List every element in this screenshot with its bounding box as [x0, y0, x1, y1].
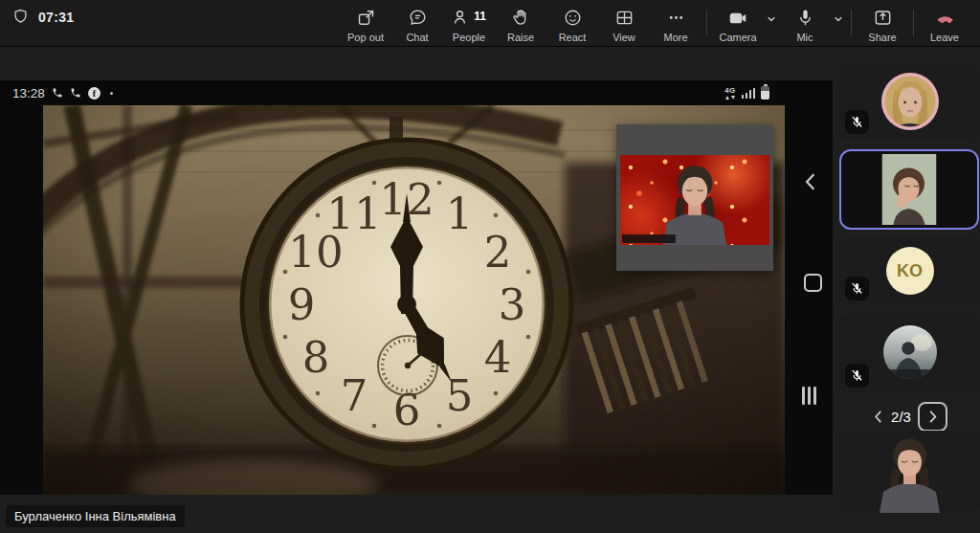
- popout-button[interactable]: Pop out: [340, 4, 391, 43]
- people-label: People: [453, 32, 485, 43]
- android-recents-button[interactable]: [802, 387, 816, 405]
- raise-hand-icon: [511, 8, 531, 29]
- participant-tile[interactable]: [839, 314, 980, 393]
- phone-clock: 13:28: [12, 86, 45, 100]
- popout-icon: [356, 8, 376, 29]
- shared-screen: 13:28 f 4G: [0, 80, 833, 495]
- participant-avatar: [881, 73, 939, 130]
- mic-button[interactable]: Mic: [779, 4, 831, 43]
- view-icon: [614, 8, 635, 29]
- leave-button[interactable]: Leave: [919, 4, 970, 43]
- participant-tile-video[interactable]: [839, 431, 980, 513]
- react-label: React: [559, 32, 587, 43]
- people-icon: 11: [452, 8, 486, 29]
- chat-label: Chat: [406, 32, 428, 43]
- camera-icon: [727, 8, 748, 29]
- chat-icon: [408, 8, 428, 29]
- participant-initials-avatar: KO: [886, 247, 934, 295]
- meeting-info: 07:31: [11, 8, 74, 26]
- participant-avatar: [883, 325, 937, 379]
- meeting-timer: 07:31: [38, 10, 74, 25]
- participant-girl-figure: [882, 154, 937, 225]
- toolbar-divider: [851, 10, 852, 36]
- participant-video: [882, 154, 937, 225]
- toolbar-actions: Pop out Chat 11 People Raise React View: [340, 4, 980, 43]
- people-button[interactable]: 11 People: [443, 4, 495, 43]
- share-button[interactable]: Share: [857, 4, 908, 43]
- participant-girl-figure: [839, 431, 980, 513]
- react-icon: [563, 8, 583, 29]
- phone-pip-window[interactable]: [616, 124, 773, 271]
- meeting-toolbar: 07:31 Pop out Chat 11 People Raise React: [0, 0, 980, 47]
- android-home-button[interactable]: [804, 274, 822, 292]
- leave-call-icon: [934, 8, 956, 29]
- participant-tile[interactable]: [839, 65, 980, 140]
- phone-call-icon: [52, 87, 63, 99]
- participant-girl-figure: [620, 155, 769, 245]
- more-label: More: [663, 32, 687, 43]
- toolbar-divider: [706, 10, 707, 36]
- raise-hand-label: Raise: [507, 32, 534, 43]
- network-type-indicator: 4G: [724, 87, 735, 100]
- phone-status-bar: 13:28 f 4G: [0, 80, 833, 105]
- phone-call-icon: [70, 87, 81, 99]
- share-icon: [873, 8, 893, 29]
- mic-label: Mic: [796, 32, 813, 43]
- toolbar-divider: [913, 10, 914, 36]
- participant-tile-active-speaker[interactable]: [839, 149, 979, 230]
- participant-tile[interactable]: KO: [839, 236, 980, 306]
- pip-participant-video: [620, 155, 769, 245]
- pager-previous-button[interactable]: [872, 410, 884, 424]
- mic-muted-icon: [845, 277, 869, 300]
- people-count-badge: 11: [474, 10, 486, 23]
- more-icon: [666, 8, 686, 29]
- mic-options-chevron[interactable]: [831, 4, 846, 25]
- signal-strength-icon: [742, 88, 756, 99]
- shield-icon: [11, 8, 30, 26]
- camera-button[interactable]: Camera: [712, 4, 764, 43]
- chat-button[interactable]: Chat: [391, 4, 443, 43]
- presenter-name-label: Бурлаченко Інна Вільямівна: [6, 505, 185, 527]
- popout-label: Pop out: [347, 32, 384, 43]
- meeting-stage: 13:28 f 4G: [0, 47, 980, 533]
- mic-muted-icon: [845, 110, 869, 134]
- share-label: Share: [868, 32, 896, 43]
- view-button[interactable]: View: [598, 4, 650, 43]
- camera-options-chevron[interactable]: [764, 4, 779, 25]
- pager-next-button[interactable]: [918, 402, 947, 432]
- camera-label: Camera: [719, 32, 756, 43]
- pip-name-strip: [622, 234, 676, 243]
- view-label: View: [612, 32, 635, 43]
- raise-hand-button[interactable]: Raise: [495, 4, 546, 43]
- pager-page-label: 2/3: [891, 409, 911, 425]
- leave-label: Leave: [930, 32, 959, 43]
- facebook-notification-icon: f: [88, 87, 100, 100]
- participants-pager: 2/3: [839, 402, 980, 431]
- react-button[interactable]: React: [546, 4, 598, 43]
- mic-icon: [795, 8, 815, 29]
- battery-icon: [761, 86, 769, 100]
- mic-muted-icon: [845, 364, 869, 388]
- android-back-button[interactable]: [802, 172, 819, 195]
- notification-dot-icon: [110, 92, 113, 95]
- participants-sidebar: KO: [839, 65, 980, 533]
- more-button[interactable]: More: [650, 4, 702, 43]
